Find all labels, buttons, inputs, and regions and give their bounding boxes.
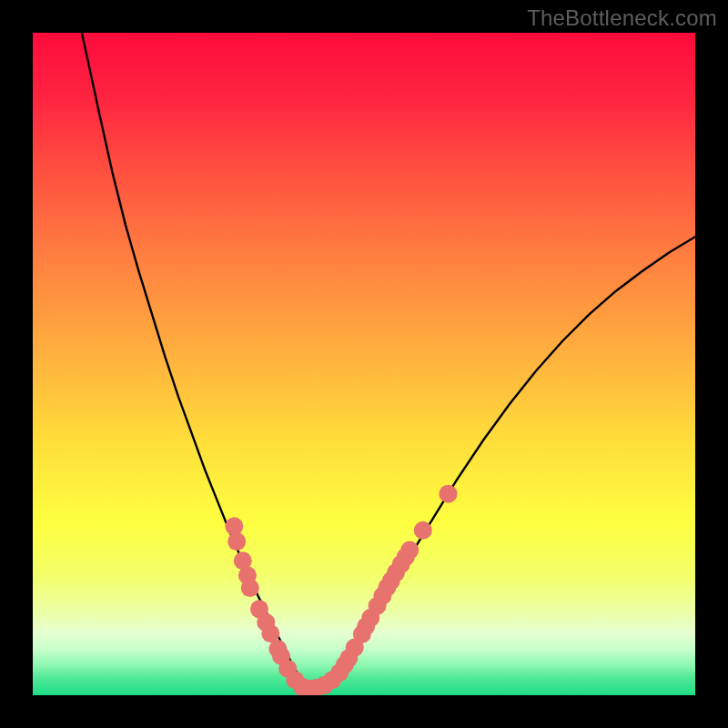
data-marker bbox=[414, 521, 432, 540]
data-marker bbox=[225, 517, 243, 535]
chart-container: TheBottleneck.com bbox=[0, 0, 728, 728]
data-marker bbox=[228, 532, 246, 551]
watermark-text: TheBottleneck.com bbox=[527, 5, 717, 31]
marker-group bbox=[225, 485, 457, 695]
curve-layer bbox=[33, 33, 695, 695]
plot-area bbox=[33, 33, 695, 695]
data-marker bbox=[439, 485, 457, 503]
data-marker bbox=[400, 541, 419, 560]
data-marker bbox=[241, 579, 259, 597]
